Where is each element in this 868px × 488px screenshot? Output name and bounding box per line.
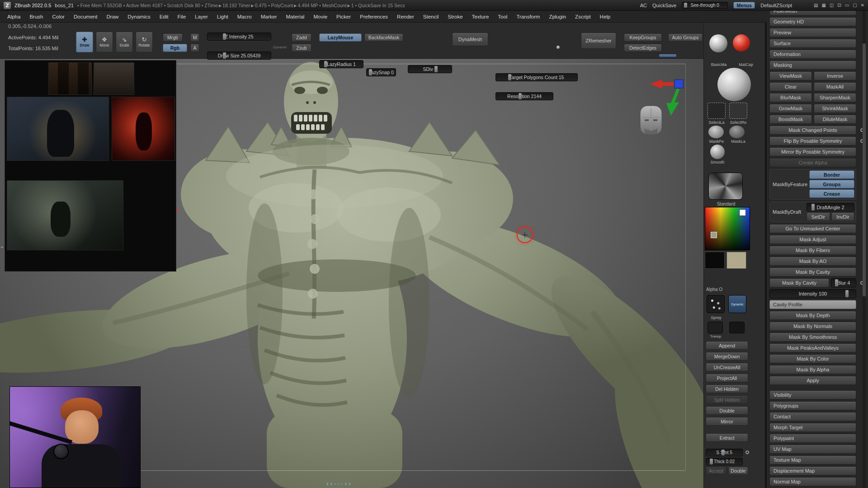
menu-draw[interactable]: Draw <box>102 11 123 23</box>
canvas-scroll-glyph[interactable]: ▮ <box>326 482 328 486</box>
a-button[interactable]: A <box>190 44 199 52</box>
palette-item-uv-map[interactable]: UV Map <box>769 445 856 454</box>
palette-item-polypaint[interactable]: Polypaint <box>769 434 856 443</box>
canvas-scroll-glyph[interactable]: ▸ <box>341 482 343 486</box>
intensity-100-slider[interactable]: Intensity 100 <box>769 289 856 298</box>
ac-label[interactable]: AC <box>640 3 647 8</box>
menu-layer[interactable]: Layer <box>190 11 212 23</box>
dynamic-mode-icon[interactable]: Dynamic <box>728 295 746 313</box>
menu-movie[interactable]: Movie <box>309 11 332 23</box>
dilutemask-button[interactable]: DiluteMask <box>814 115 856 124</box>
mask-by-normals-button[interactable]: Mask By Normals <box>769 322 856 331</box>
draw-size-slider[interactable]: Draw Size 25.05439 <box>207 52 271 60</box>
select-rect-icon[interactable] <box>729 103 747 119</box>
mask-by-ao-button[interactable]: Mask By AO <box>769 257 856 266</box>
menu-tool[interactable]: Tool <box>493 11 512 23</box>
double-button[interactable]: Double <box>728 467 748 475</box>
mask-by-cavity-button[interactable]: Mask By Cavity <box>769 267 856 277</box>
menu-file[interactable]: File <box>173 11 191 23</box>
shelf-extract-button[interactable]: Extract <box>706 433 748 442</box>
lazyradius-slider[interactable]: LazyRadius 1 <box>319 60 363 68</box>
canvas-scroll-widget[interactable]: ▮▮◂▴▸▮▮ <box>326 482 351 486</box>
mask-by-smoothness-button[interactable]: Mask By Smoothness <box>769 333 856 342</box>
menu-macro[interactable]: Macro <box>233 11 256 23</box>
mask-lasso-icon[interactable] <box>729 126 745 138</box>
border-button[interactable]: Border <box>809 170 854 179</box>
secondary-color-swatch[interactable] <box>726 252 746 269</box>
boostmask-button[interactable]: BoostMask <box>769 115 812 124</box>
blur-4-slider[interactable]: Blur 4 <box>831 278 856 287</box>
crease-button[interactable]: Crease <box>809 189 854 198</box>
menu-zplugin[interactable]: Zplugin <box>544 11 571 23</box>
palette-item-texture-map[interactable]: Texture Map <box>769 455 856 465</box>
palette-item-polygroups[interactable]: Polygroups <box>769 401 856 410</box>
mask-pen-icon[interactable] <box>708 126 724 138</box>
canvas-scroll-glyph[interactable]: ◂ <box>334 482 336 486</box>
canvas-edge-arrows[interactable]: ◂▸ <box>0 245 3 249</box>
palette-item-displacement-map[interactable]: Displacement Map <box>769 466 856 475</box>
draw-tool-button[interactable]: ✚ Draw <box>76 32 93 52</box>
growmask-button[interactable]: GrowMask <box>769 104 812 113</box>
apply-button[interactable]: Apply <box>769 376 856 385</box>
palette-item-surface[interactable]: Surface <box>769 39 856 48</box>
resolution-knob[interactable] <box>556 45 560 49</box>
mirror-by-posable-symmetry-button[interactable]: Mirror By Posable Symmetry <box>769 147 856 156</box>
rotate-tool-button[interactable]: ↻ Rotate <box>136 32 153 52</box>
thick-slider[interactable]: Thick 0.02 <box>706 458 743 465</box>
menu-color[interactable]: Color <box>47 11 69 23</box>
mrgb-button[interactable]: Mrgb <box>163 33 183 42</box>
sharpenmask-button[interactable]: SharpenMask <box>814 93 856 102</box>
menu-help[interactable]: Help <box>595 11 615 23</box>
lazymouse-button[interactable]: LazyMouse <box>319 33 362 42</box>
ghost-icon[interactable] <box>729 322 745 333</box>
canvas-scroll-glyph[interactable]: ▮ <box>330 482 332 486</box>
palette-item-geometry-hd[interactable]: Geometry HD <box>769 17 856 26</box>
basic-material-sphere[interactable] <box>709 34 727 52</box>
shelf-uncreaseall-button[interactable]: UnCreaseAll <box>706 363 748 371</box>
m-button[interactable]: M <box>190 33 199 42</box>
brush-cursor[interactable] <box>517 227 533 243</box>
zadd-button[interactable]: Zadd <box>292 33 311 42</box>
grid-icon[interactable]: ▦ <box>821 3 826 8</box>
blurmask-button[interactable]: BlurMask <box>769 93 812 102</box>
menu-document[interactable]: Document <box>69 11 102 23</box>
menu-dynamics[interactable]: Dynamics <box>123 11 155 23</box>
menu-picker[interactable]: Picker <box>332 11 355 23</box>
color-picker-cursor[interactable] <box>711 232 717 238</box>
select-lasso-icon[interactable] <box>708 103 726 119</box>
transp-icon[interactable] <box>708 322 723 333</box>
go-to-unmasked-center-button[interactable]: Go To Unmasked Center <box>769 224 856 233</box>
spray-stroke-icon[interactable] <box>707 295 725 313</box>
axis-gizmo[interactable] <box>637 77 695 145</box>
invdir-button[interactable]: InvDir <box>831 212 855 221</box>
color-picker-swatch[interactable] <box>739 209 746 216</box>
minimize-icon[interactable]: ▭ <box>845 3 849 8</box>
maskall-button[interactable]: MaskAll <box>814 82 856 91</box>
reference-thumbnail-red-boss[interactable] <box>112 97 175 161</box>
menu-preferences[interactable]: Preferences <box>355 11 392 23</box>
menu-stencil[interactable]: Stencil <box>419 11 443 23</box>
doc-icon[interactable]: ⊡ <box>837 3 841 8</box>
menu-transform[interactable]: Transform <box>512 11 544 23</box>
inverse-button[interactable]: Inverse <box>814 71 856 80</box>
mask-by-cavity-button[interactable]: Mask By Cavity <box>769 278 829 287</box>
panel-scrollbar-thumb[interactable] <box>863 43 866 296</box>
canvas-scroll-glyph[interactable]: ▮ <box>345 482 347 486</box>
panel-layout-icon[interactable]: ▤ <box>814 3 818 8</box>
reference-thumbnail-legs-1[interactable] <box>48 62 92 95</box>
mask-changed-points-button[interactable]: Mask Changed Points <box>769 126 856 135</box>
reference-thumbnail-gameplay[interactable] <box>7 180 123 250</box>
standard-brush-icon[interactable] <box>708 173 743 200</box>
sdiv-slider[interactable]: SDiv 4 <box>408 65 452 73</box>
palette-item-masking[interactable]: Masking <box>769 61 856 70</box>
palette-item-contact[interactable]: Contact <box>769 412 856 421</box>
main-color-swatch[interactable] <box>705 252 725 269</box>
shelf-append-button[interactable]: Append <box>706 341 748 350</box>
close-icon[interactable]: ✕ <box>861 3 864 8</box>
move-tool-button[interactable]: ✥ Move <box>96 32 113 52</box>
shelf-del-hidden-button[interactable]: Del Hidden <box>706 385 748 393</box>
menu-material[interactable]: Material <box>282 11 309 23</box>
mask-by-color-button[interactable]: Mask By Color <box>769 354 856 363</box>
palette-item-preview[interactable]: Preview <box>769 28 856 37</box>
default-zscript-button[interactable]: DefaultZScript <box>760 3 792 8</box>
